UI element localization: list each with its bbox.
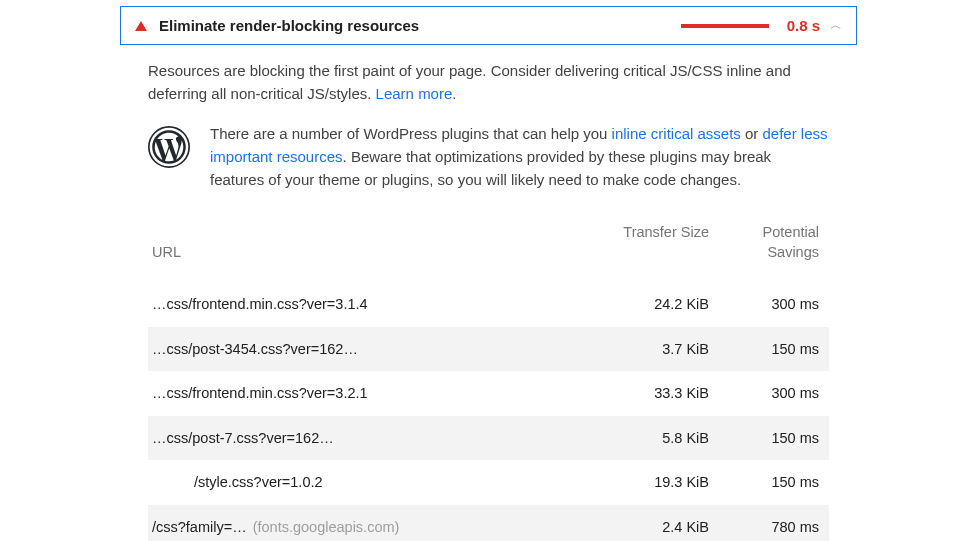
cell-savings: 150 ms bbox=[719, 460, 829, 504]
learn-more-link[interactable]: Learn more bbox=[376, 85, 453, 102]
cell-url: …css/frontend.min.css?ver=3.2.1 bbox=[148, 371, 609, 415]
cell-size: 5.8 KiB bbox=[609, 416, 719, 460]
col-size: Transfer Size bbox=[609, 215, 719, 282]
cell-savings: 150 ms bbox=[719, 416, 829, 460]
col-url: URL bbox=[148, 215, 609, 282]
audit-header[interactable]: Eliminate render-blocking resources 0.8 … bbox=[120, 6, 857, 45]
cell-size: 33.3 KiB bbox=[609, 371, 719, 415]
table-row: …css/post-3454.css?ver=162…3.7 KiB150 ms bbox=[148, 327, 829, 371]
inline-critical-link[interactable]: inline critical assets bbox=[612, 125, 741, 142]
url-text: …css/frontend.min.css?ver=3.1.4 bbox=[152, 296, 368, 312]
cell-size: 19.3 KiB bbox=[609, 460, 719, 504]
wordpress-stack-pack: There are a number of WordPress plugins … bbox=[148, 122, 829, 192]
cell-url: …css/frontend.min.css?ver=3.1.4 bbox=[148, 282, 609, 326]
url-text: /style.css?ver=1.0.2 bbox=[152, 471, 323, 493]
cell-url: /css?family=…(fonts.googleapis.com) bbox=[148, 505, 609, 541]
table-row: …css/frontend.min.css?ver=3.2.133.3 KiB3… bbox=[148, 371, 829, 415]
audit-title: Eliminate render-blocking resources bbox=[159, 17, 419, 34]
savings-bar bbox=[681, 24, 769, 28]
url-text: …css/frontend.min.css?ver=3.2.1 bbox=[152, 385, 368, 401]
table-row: …css/frontend.min.css?ver=3.1.424.2 KiB3… bbox=[148, 282, 829, 326]
cell-size: 3.7 KiB bbox=[609, 327, 719, 371]
cell-url: …css/post-7.css?ver=162… bbox=[148, 416, 609, 460]
cell-savings: 300 ms bbox=[719, 371, 829, 415]
cell-size: 2.4 KiB bbox=[609, 505, 719, 541]
audit-body: Resources are blocking the first paint o… bbox=[120, 45, 857, 541]
audit-description: Resources are blocking the first paint o… bbox=[148, 59, 829, 106]
table-row: /style.css?ver=1.0.219.3 KiB150 ms bbox=[148, 460, 829, 504]
description-text: Resources are blocking the first paint o… bbox=[148, 62, 791, 102]
audit-panel: Eliminate render-blocking resources 0.8 … bbox=[120, 6, 857, 541]
cell-size: 24.2 KiB bbox=[609, 282, 719, 326]
url-text: …css/post-3454.css?ver=162… bbox=[152, 341, 358, 357]
url-text: /css?family=… bbox=[152, 519, 247, 535]
cell-savings: 150 ms bbox=[719, 327, 829, 371]
url-origin: (fonts.googleapis.com) bbox=[253, 519, 400, 535]
cell-savings: 780 ms bbox=[719, 505, 829, 541]
cell-savings: 300 ms bbox=[719, 282, 829, 326]
chevron-up-icon: ︿ bbox=[830, 17, 842, 34]
wordpress-tip: There are a number of WordPress plugins … bbox=[210, 122, 829, 192]
wordpress-icon bbox=[148, 126, 190, 192]
fail-triangle-icon bbox=[135, 21, 147, 31]
col-savings: Potential Savings bbox=[719, 215, 829, 282]
url-text: …css/post-7.css?ver=162… bbox=[152, 430, 334, 446]
cell-url: /style.css?ver=1.0.2 bbox=[148, 460, 609, 504]
table-row: …css/post-7.css?ver=162…5.8 KiB150 ms bbox=[148, 416, 829, 460]
savings-time: 0.8 s bbox=[787, 17, 820, 34]
resources-table: URL Transfer Size Potential Savings …css… bbox=[148, 215, 829, 541]
cell-url: …css/post-3454.css?ver=162… bbox=[148, 327, 609, 371]
table-row: /css?family=…(fonts.googleapis.com)2.4 K… bbox=[148, 505, 829, 541]
